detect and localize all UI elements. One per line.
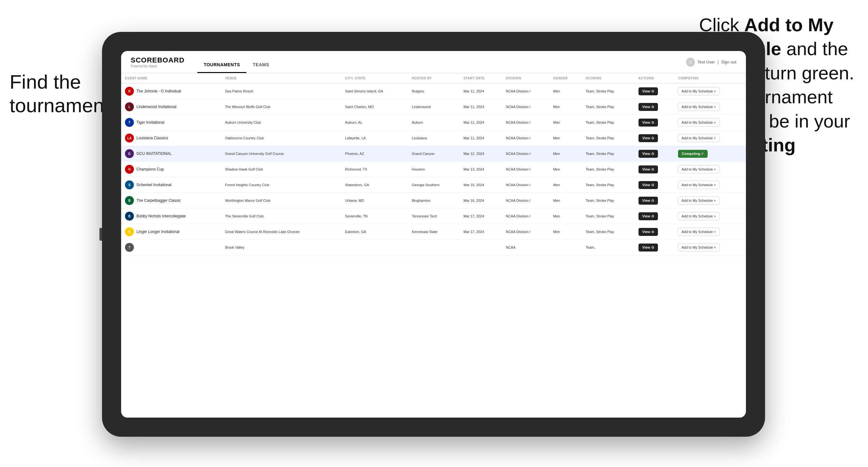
scoring-cell: Team, Stroke Play bbox=[582, 84, 635, 99]
venue-cell: Oakbourne Country Club bbox=[221, 130, 341, 146]
add-to-schedule-button[interactable]: Add to My Schedule + bbox=[678, 227, 719, 236]
gender-cell: Men bbox=[549, 130, 582, 146]
event-name-text: Champions Cup bbox=[136, 167, 164, 172]
actions-cell: View ⊙ bbox=[635, 162, 674, 177]
city-state-cell bbox=[341, 240, 408, 255]
view-button[interactable]: View ⊙ bbox=[639, 119, 658, 127]
add-to-schedule-button[interactable]: Add to My Schedule + bbox=[678, 212, 719, 220]
city-state-cell: Sevierville, TN bbox=[341, 209, 408, 224]
event-name-cell: S Schenkel Invitational bbox=[121, 177, 221, 193]
venue-cell: Grand Canyon University Golf Course bbox=[221, 146, 341, 162]
view-button[interactable]: View ⊙ bbox=[639, 197, 658, 205]
add-to-schedule-button[interactable]: Add to My Schedule + bbox=[678, 181, 719, 189]
event-name-text: Schenkel Invitational bbox=[136, 183, 172, 187]
scoring-cell: Team, Stroke Play bbox=[582, 130, 635, 146]
hosted-by-cell: Tennessee Tech bbox=[408, 209, 460, 224]
table-row: K Linger Longer Invitational Great Water… bbox=[121, 224, 746, 240]
add-to-schedule-button[interactable]: Add to My Schedule + bbox=[678, 103, 719, 111]
scoring-cell: Team, Stroke Play bbox=[582, 209, 635, 224]
table-row: T Tiger Invitational Auburn University C… bbox=[121, 115, 746, 130]
division-cell: NCAA Division I bbox=[502, 130, 550, 146]
hosted-by-cell: Houston bbox=[408, 162, 460, 177]
team-logo: B bbox=[125, 196, 134, 205]
view-button[interactable]: View ⊙ bbox=[639, 134, 658, 142]
add-to-schedule-button[interactable]: Add to My Schedule + bbox=[678, 243, 719, 251]
table-header-row: EVENT NAME VENUE CITY, STATE HOSTED BY S… bbox=[121, 73, 746, 84]
competing-cell: Add to My Schedule + bbox=[674, 193, 746, 209]
gender-cell: Men bbox=[549, 209, 582, 224]
competing-cell: Add to My Schedule + bbox=[674, 177, 746, 193]
event-name-cell: LA Louisiana Classics bbox=[121, 130, 221, 146]
add-to-schedule-button[interactable]: Add to My Schedule + bbox=[678, 134, 719, 142]
event-name-text: Bobby Nichols Intercollegiate bbox=[136, 214, 186, 218]
tab-tournaments[interactable]: TOURNAMENTS bbox=[197, 57, 246, 73]
col-division: DIVISION bbox=[502, 73, 550, 84]
view-button[interactable]: View ⊙ bbox=[639, 87, 658, 95]
event-name-text: The Carpetbagger Classic bbox=[136, 198, 181, 203]
col-event-name: EVENT NAME bbox=[121, 73, 221, 84]
competing-cell: Add to My Schedule + bbox=[674, 130, 746, 146]
gender-cell: Men bbox=[549, 177, 582, 193]
table-row: L Lindenwood Invitational The Missouri B… bbox=[121, 99, 746, 115]
event-name-cell: L Lindenwood Invitational bbox=[121, 99, 221, 115]
signout-link[interactable]: Sign out bbox=[721, 60, 736, 64]
col-gender: GENDER bbox=[549, 73, 582, 84]
event-name-cell: B Bobby Nichols Intercollegiate bbox=[121, 209, 221, 224]
add-to-schedule-button[interactable]: Add to My Schedule + bbox=[678, 87, 719, 95]
division-cell: NCAA Division I bbox=[502, 224, 550, 240]
scoring-cell: Team, Stroke Play bbox=[582, 115, 635, 130]
gender-cell: Men bbox=[549, 224, 582, 240]
table-row: H Champions Cup Shadow Hawk Golf ClubRic… bbox=[121, 162, 746, 177]
division-cell: NCAA Division I bbox=[502, 115, 550, 130]
competing-cell: Add to My Schedule + bbox=[674, 99, 746, 115]
add-to-schedule-button[interactable]: Add to My Schedule + bbox=[678, 196, 719, 205]
venue-cell: Sea Palms Resort bbox=[221, 84, 341, 99]
gender-cell: Men bbox=[549, 193, 582, 209]
start-date-cell bbox=[460, 240, 502, 255]
start-date-cell: Mar 16, 2024 bbox=[460, 193, 502, 209]
hosted-by-cell: Rutgers bbox=[408, 84, 460, 99]
team-logo: H bbox=[125, 165, 134, 174]
view-button[interactable]: View ⊙ bbox=[639, 103, 658, 111]
view-button[interactable]: View ⊙ bbox=[639, 244, 658, 251]
add-to-schedule-button[interactable]: Add to My Schedule + bbox=[678, 118, 719, 127]
view-button[interactable]: View ⊙ bbox=[639, 165, 658, 174]
team-logo: R bbox=[125, 87, 134, 96]
col-hosted-by: HOSTED BY bbox=[408, 73, 460, 84]
gender-cell: Men bbox=[549, 146, 582, 162]
col-city-state: CITY, STATE bbox=[341, 73, 408, 84]
event-name-text: GCU INVITATIONAL bbox=[136, 151, 172, 156]
team-logo: S bbox=[125, 180, 134, 189]
actions-cell: View ⊙ bbox=[635, 146, 674, 162]
start-date-cell: Mar 15, 2024 bbox=[460, 177, 502, 193]
view-button[interactable]: View ⊙ bbox=[639, 181, 658, 189]
venue-cell: Worthington Manor Golf Club bbox=[221, 193, 341, 209]
scoring-cell: Team, Stroke Play bbox=[582, 99, 635, 115]
view-button[interactable]: View ⊙ bbox=[639, 150, 658, 158]
table-row: ? Brook ValleyNCAATeam,View ⊙Add to My S… bbox=[121, 240, 746, 255]
view-button[interactable]: View ⊙ bbox=[639, 212, 658, 220]
venue-cell: Brook Valley bbox=[221, 240, 341, 255]
event-name-cell: ? bbox=[121, 240, 221, 255]
add-to-schedule-button[interactable]: Add to My Schedule + bbox=[678, 165, 719, 174]
team-logo: L bbox=[125, 102, 134, 111]
competing-cell: Add to My Schedule + bbox=[674, 224, 746, 240]
gender-cell: Men bbox=[549, 84, 582, 99]
tab-teams[interactable]: TEAMS bbox=[246, 57, 276, 73]
team-logo: LA bbox=[125, 133, 134, 143]
scoring-cell: Team, Stroke Play bbox=[582, 162, 635, 177]
table-row: B Bobby Nichols Intercollegiate The Sevi… bbox=[121, 209, 746, 224]
view-button[interactable]: View ⊙ bbox=[639, 228, 658, 236]
division-cell: NCAA Division I bbox=[502, 99, 550, 115]
city-state-cell: Richmond, TX bbox=[341, 162, 408, 177]
city-state-cell: Lafayette, LA bbox=[341, 130, 408, 146]
venue-cell: Great Waters Course At Reynolds Lake Oco… bbox=[221, 224, 341, 240]
tablet-side-button bbox=[99, 228, 102, 241]
division-cell: NCAA Division I bbox=[502, 162, 550, 177]
start-date-cell: Mar 11, 2024 bbox=[460, 130, 502, 146]
col-venue: VENUE bbox=[221, 73, 341, 84]
division-cell: NCAA Division I bbox=[502, 193, 550, 209]
top-bar: SCOREBOARD Powered by clippd TOURNAMENTS… bbox=[121, 51, 746, 73]
table-row: R The Johnnie - O Individual Sea Palms R… bbox=[121, 84, 746, 99]
competing-button[interactable]: Competing ✓ bbox=[678, 150, 708, 158]
